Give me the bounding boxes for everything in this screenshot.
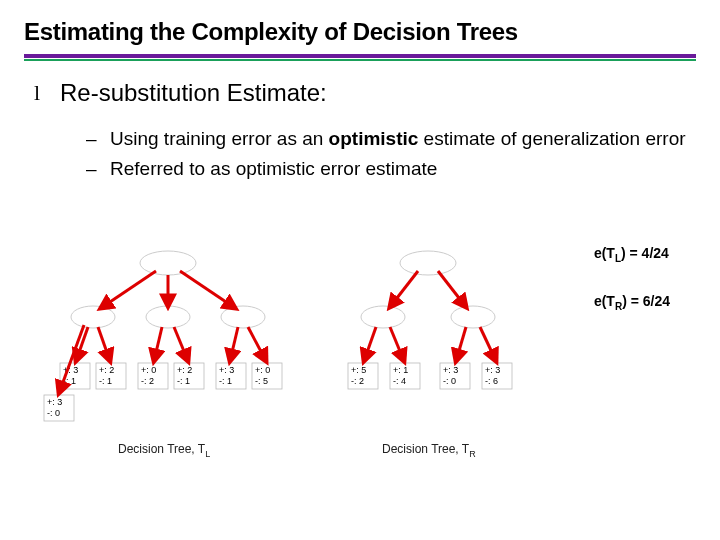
leaf-neg: -: 2: [141, 376, 154, 386]
leaf-neg: -: 6: [485, 376, 498, 386]
svg-line-31: [390, 327, 404, 361]
svg-point-21: [400, 251, 456, 275]
eq-tail: ) = 4/24: [621, 245, 669, 261]
svg-point-3: [221, 306, 265, 328]
leaf-pos: +: 1: [393, 365, 408, 375]
leaf-neg: -: 1: [99, 376, 112, 386]
leaf-pos: +: 2: [177, 365, 192, 375]
leaf-pos: +: 5: [351, 365, 366, 375]
bullet-text: Re-substitution Estimate:: [60, 78, 327, 108]
leaf-pos: +: 3: [485, 365, 500, 375]
leaf-neg: -: 4: [393, 376, 406, 386]
eq-pre: e(T: [594, 245, 615, 261]
leaf-neg: -: 0: [443, 376, 456, 386]
svg-point-23: [451, 306, 495, 328]
leaf-pos: +: 3: [219, 365, 234, 375]
svg-line-32: [456, 327, 466, 361]
left-tree: +: 3 -: 0 +: 3 -: 1 +: 2 -: 1 +: 0: [44, 251, 282, 459]
figure-area: e(TL) = 4/24 e(TR) = 6/24: [38, 245, 688, 525]
sub-text-post: estimate of generalization error: [418, 128, 685, 149]
slide-title: Estimating the Complexity of Decision Tr…: [0, 0, 720, 54]
leaf-pos: +: 3: [443, 365, 458, 375]
sub-text-pre: Referred to as optimistic error estimate: [110, 158, 437, 179]
leaf-neg: -: 5: [255, 376, 268, 386]
sub-text-bold: optimistic: [329, 128, 419, 149]
svg-line-24: [390, 271, 418, 307]
svg-line-25: [438, 271, 466, 307]
left-leaves: +: 3 -: 0 +: 3 -: 1 +: 2 -: 1 +: 0: [44, 363, 282, 421]
svg-line-16: [98, 327, 110, 361]
leaf-neg: -: 1: [219, 376, 232, 386]
divider: [24, 54, 696, 60]
svg-point-1: [71, 306, 115, 328]
right-tree: +: 5 -: 2 +: 1 -: 4 +: 3 -: 0 +: 3 -: 6: [348, 251, 512, 459]
sub-bullet-text: Referred to as optimistic error estimate: [110, 156, 437, 182]
tree-diagram: +: 3 -: 0 +: 3 -: 1 +: 2 -: 1 +: 0: [38, 245, 578, 525]
sub-bullet-marker: –: [86, 156, 100, 182]
equation-left-tree: e(TL) = 4/24: [594, 245, 670, 265]
svg-line-19: [230, 327, 238, 361]
bullet-main: l Re-substitution Estimate:: [34, 78, 686, 108]
svg-line-6: [180, 271, 235, 308]
leaf-pos: +: 0: [255, 365, 270, 375]
svg-line-18: [174, 327, 188, 361]
svg-line-17: [154, 327, 162, 361]
sub-bullet-marker: –: [86, 126, 100, 152]
sub-bullet-1: – Using training error as an optimistic …: [86, 126, 686, 152]
sub-bullet-2: – Referred to as optimistic error estima…: [86, 156, 686, 182]
error-equations: e(TL) = 4/24 e(TR) = 6/24: [594, 245, 670, 341]
leaf-pos: +: 0: [141, 365, 156, 375]
leaf-neg: -: 1: [177, 376, 190, 386]
leaf-neg: -: 2: [351, 376, 364, 386]
svg-line-20: [248, 327, 266, 361]
svg-line-30: [364, 327, 376, 361]
sub-bullet-list: – Using training error as an optimistic …: [34, 120, 686, 182]
leaf-neg: -: 0: [47, 408, 60, 418]
svg-line-33: [480, 327, 496, 361]
leaf-pos: +: 3: [47, 397, 62, 407]
slide-content: l Re-substitution Estimate: – Using trai…: [0, 60, 720, 182]
svg-point-2: [146, 306, 190, 328]
bullet-marker: l: [34, 78, 46, 108]
leaf-pos: +: 2: [99, 365, 114, 375]
sub-text-pre: Using training error as an: [110, 128, 329, 149]
eq-pre: e(T: [594, 293, 615, 309]
svg-point-0: [140, 251, 196, 275]
eq-tail: ) = 6/24: [622, 293, 670, 309]
right-tree-caption: Decision Tree, TR: [382, 442, 476, 459]
equation-right-tree: e(TR) = 6/24: [594, 293, 670, 313]
left-tree-caption: Decision Tree, TL: [118, 442, 210, 459]
sub-bullet-text: Using training error as an optimistic es…: [110, 126, 686, 152]
svg-point-22: [361, 306, 405, 328]
svg-line-4: [101, 271, 156, 308]
